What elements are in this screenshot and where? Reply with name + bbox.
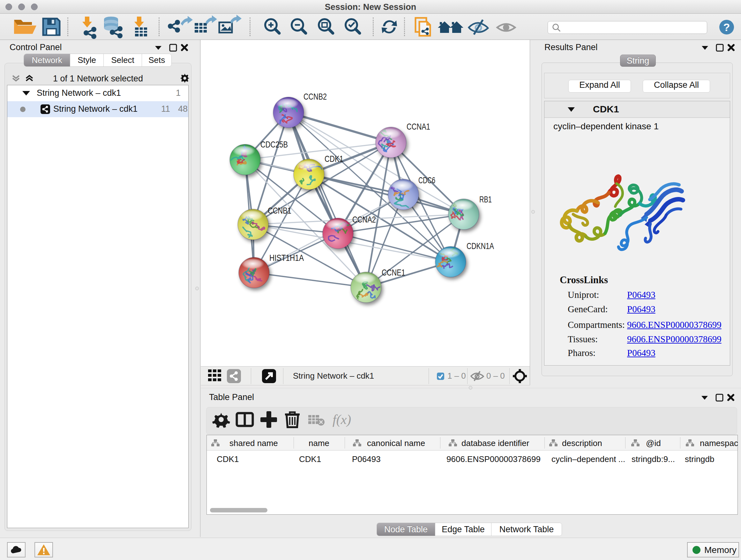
svg-text:f(x): f(x) xyxy=(333,412,351,427)
svg-text:CDC6: CDC6 xyxy=(418,175,435,185)
svg-text:CDC25B: CDC25B xyxy=(260,139,288,149)
svg-text:CCNB2: CCNB2 xyxy=(304,91,327,102)
svg-text:CCNE1: CCNE1 xyxy=(382,267,405,277)
svg-text:CCNB1: CCNB1 xyxy=(268,206,291,215)
svg-text:RB1: RB1 xyxy=(479,194,492,204)
svg-text:CDK1: CDK1 xyxy=(325,154,343,164)
svg-text:CDKN1A: CDKN1A xyxy=(467,241,494,251)
svg-text:CCNA2: CCNA2 xyxy=(352,214,376,225)
svg-text:HIST1H1A: HIST1H1A xyxy=(269,253,304,263)
svg-text:CCNA1: CCNA1 xyxy=(407,122,430,132)
